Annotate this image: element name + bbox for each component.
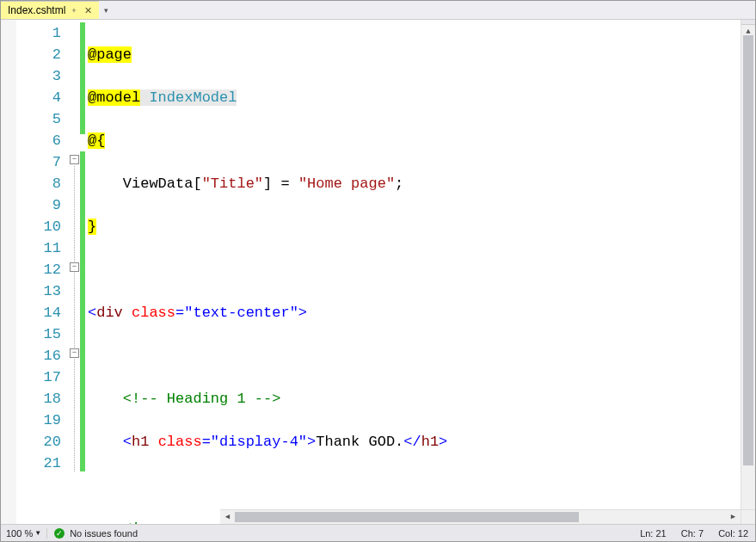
fold-margin: − − −: [70, 20, 80, 526]
code-editor[interactable]: 1234567 891011121314 15161718192021 − − …: [1, 20, 755, 526]
char-indicator: Ch: 7: [681, 528, 704, 539]
tab-active[interactable]: Index.cshtml ✕: [1, 1, 99, 19]
pin-icon[interactable]: [71, 7, 77, 14]
code-line: @{: [88, 130, 755, 151]
code-line: [88, 345, 755, 366]
scrollbar-corner: [741, 509, 755, 524]
scroll-right-icon[interactable]: ▶: [726, 510, 741, 524]
code-area[interactable]: @page @model IndexModel @{ ViewData["Tit…: [85, 20, 755, 526]
close-icon[interactable]: ✕: [83, 5, 94, 16]
code-line: ViewData["Title"] = "Home page";: [88, 173, 755, 194]
indicator-margin: [1, 20, 16, 526]
code-line: [88, 259, 755, 280]
chevron-down-icon: ▼: [34, 529, 41, 537]
code-line: @model IndexModel: [88, 87, 755, 108]
scrollbar-thumb[interactable]: [743, 35, 753, 465]
code-line: <h1 class="display-4">Thank GOD.</h1>: [88, 431, 755, 453]
code-line: <!-- Heading 1 -->: [88, 388, 755, 410]
zoom-selector[interactable]: 100 % ▼: [1, 528, 47, 539]
scroll-left-icon[interactable]: ◀: [220, 510, 235, 524]
tab-bar: Index.cshtml ✕ ▾: [1, 1, 755, 20]
check-circle-icon: ✓: [54, 528, 65, 539]
code-line: @page: [88, 44, 755, 65]
code-line: }: [88, 216, 755, 237]
col-indicator: Col: 12: [718, 528, 748, 539]
fold-toggle-icon[interactable]: −: [70, 155, 79, 164]
code-line: [88, 474, 755, 496]
fold-guide: [74, 166, 75, 471]
fold-toggle-icon[interactable]: −: [70, 348, 79, 358]
code-line: <div class="text-center">: [88, 302, 755, 323]
status-bar: 100 % ▼ ✓ No issues found Ln: 21 Ch: 7 C…: [1, 524, 755, 541]
cursor-position[interactable]: Ln: 21 Ch: 7 Col: 12: [621, 528, 755, 539]
line-number-gutter: 1234567 891011121314 15161718192021: [16, 20, 70, 526]
issues-indicator[interactable]: ✓ No issues found: [47, 528, 144, 539]
vertical-scrollbar[interactable]: ▲ ▼: [741, 20, 755, 524]
scrollbar-thumb[interactable]: [235, 512, 579, 522]
fold-toggle-icon[interactable]: −: [70, 262, 79, 272]
tab-overflow-icon[interactable]: ▾: [99, 1, 113, 19]
horizontal-scrollbar[interactable]: ◀ ▶: [220, 509, 741, 524]
line-indicator: Ln: 21: [640, 528, 667, 539]
tab-filename: Index.cshtml: [8, 4, 65, 16]
